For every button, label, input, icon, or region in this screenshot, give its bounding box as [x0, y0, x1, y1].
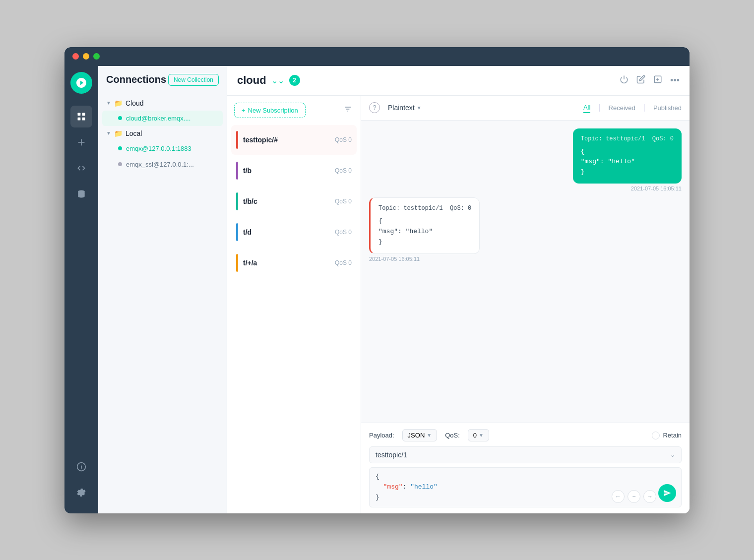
subscriptions-header: + New Subscription [227, 96, 361, 123]
msg-body-line2-1: "msg": "hello" [378, 227, 471, 237]
msg-topic-0: Topic: testtopic/1 QoS: 0 [581, 134, 674, 144]
maximize-button[interactable] [93, 53, 100, 60]
header-right: ••• [620, 75, 680, 86]
sub-qos-4: QoS 0 [335, 259, 352, 266]
sidebar-item-connections[interactable] [70, 106, 92, 127]
sidebar-item-info[interactable] [70, 456, 92, 478]
edit-icon[interactable] [636, 75, 645, 86]
subscription-item-2[interactable]: t/b/c QoS 0 [231, 187, 357, 216]
group-local-arrow: ▼ [106, 130, 111, 136]
sidebar-item-settings[interactable] [70, 482, 92, 503]
sub-topic-2: t/b/c [243, 197, 335, 205]
power-icon[interactable] [620, 75, 628, 86]
connection-dropdown-icon[interactable]: ⌄⌄ [271, 76, 284, 85]
topic-input[interactable]: testtopic/1 [376, 451, 670, 459]
connection-name-ssl: emqx_ssl@127.0.0.1:... [126, 161, 194, 168]
filter-tab-all[interactable]: All [583, 103, 590, 113]
messages-pane: ? Plaintext ▼ All | Received | Published [361, 96, 690, 513]
new-subscription-label: New Subscription [248, 107, 298, 114]
qos-arrow: ▼ [479, 433, 484, 438]
folder-icon-local: 📁 [114, 129, 123, 137]
code-icon [76, 163, 86, 173]
subscription-item-0[interactable]: testtopic/# QoS 0 [231, 125, 357, 155]
subscription-item-3[interactable]: t/d QoS 0 [231, 217, 357, 247]
more-icon[interactable]: ••• [670, 75, 680, 86]
sidebar-item-database[interactable] [70, 183, 92, 205]
close-button[interactable] [72, 53, 79, 60]
sub-color-bar-4 [236, 254, 238, 272]
publish-options: Payload: JSON ▼ QoS: 0 ▼ [369, 429, 682, 441]
connection-item-emqx-ssl[interactable]: emqx_ssl@127.0.0.1:... [102, 157, 223, 172]
sub-color-bar-3 [236, 223, 238, 241]
connection-status-dot [118, 116, 122, 120]
msg-topic-1: Topic: testtopic/1 QoS: 0 [378, 204, 471, 213]
group-local[interactable]: ▼ 📁 Local [98, 126, 227, 140]
sub-topic-0: testtopic/# [243, 136, 335, 144]
svg-rect-1 [82, 113, 85, 116]
subscription-item-1[interactable]: t/b QoS 0 [231, 156, 357, 186]
format-label: Plaintext [388, 104, 415, 112]
header-left: cloud ⌄⌄ 2 [237, 74, 300, 87]
sidebar-item-code[interactable] [70, 157, 92, 179]
content-split: + New Subscription [227, 96, 690, 513]
group-cloud[interactable]: ▼ 📁 Cloud [98, 96, 227, 110]
connection-name-emqx: emqx@127.0.0.1:1883 [126, 145, 191, 152]
sub-color-bar-2 [236, 192, 238, 210]
topic-row: testtopic/1 ⌄ [369, 446, 682, 463]
format-selector[interactable]: Plaintext ▼ [388, 104, 422, 112]
filter-tab-received[interactable]: Received [609, 103, 635, 113]
minimize-button[interactable] [83, 53, 89, 60]
icon-sidebar [64, 66, 98, 513]
connection-status-dot-emqx [118, 146, 122, 150]
sidebar-item-add[interactable] [70, 131, 92, 153]
sub-color-bar-0 [236, 131, 238, 149]
payload-format-select[interactable]: JSON ▼ [402, 429, 438, 441]
payload-prev-button[interactable]: ← [612, 490, 625, 503]
sub-qos-3: QoS 0 [335, 229, 352, 236]
qos-value: 0 [473, 432, 477, 439]
outgoing-bubble-0: Topic: testtopic/1 QoS: 0 { "msg": "hell… [573, 128, 682, 184]
traffic-lights [72, 53, 100, 60]
qos-select[interactable]: 0 ▼ [468, 429, 489, 441]
main-content: cloud ⌄⌄ 2 [227, 66, 690, 513]
payload-key: "msg" [383, 483, 403, 491]
app-logo[interactable] [70, 72, 92, 94]
retain-checkbox[interactable] [652, 432, 660, 439]
sub-color-bar-1 [236, 162, 238, 180]
send-button[interactable] [658, 484, 676, 502]
message-item-0: Topic: testtopic/1 QoS: 0 { "msg": "hell… [369, 128, 682, 192]
svg-rect-0 [78, 113, 81, 116]
sub-qos-2: QoS 0 [335, 198, 352, 205]
connection-status-dot-ssl [118, 162, 122, 166]
msg-body-line3-1: } [378, 237, 471, 248]
format-dropdown-arrow: ▼ [417, 105, 422, 111]
send-icon [663, 489, 671, 497]
connection-item-emqx[interactable]: emqx@127.0.0.1:1883 [102, 141, 223, 156]
connection-item-cloud[interactable]: cloud@broker.emqx.... [102, 111, 223, 126]
svg-rect-2 [78, 117, 81, 120]
new-collection-button[interactable]: New Collection [168, 74, 219, 86]
active-connection-title: cloud [237, 74, 266, 87]
new-subscription-button[interactable]: + New Subscription [234, 103, 306, 118]
filter-tab-published[interactable]: Published [653, 103, 682, 113]
msg-body-line3-0: } [581, 167, 674, 178]
incoming-bubble-1: Topic: testtopic/1 QoS: 0 { "msg": "hell… [369, 197, 480, 254]
subscription-list: testtopic/# QoS 0 t/b QoS 0 t/b/c QoS 0 [227, 123, 361, 280]
msg-timestamp-1: 2021-07-05 16:05:11 [369, 256, 420, 262]
payload-label: Payload: [369, 432, 394, 439]
help-icon[interactable]: ? [369, 102, 380, 113]
connections-icon [76, 112, 86, 122]
connections-list: ▼ 📁 Cloud cloud@broker.emqx.... ▼ 📁 Loca… [98, 92, 227, 177]
payload-next-button[interactable]: → [643, 490, 656, 503]
msg-timestamp-0: 2021-07-05 16:05:11 [631, 186, 682, 191]
connections-header: Connections New Collection [98, 66, 227, 92]
topic-expand-icon[interactable]: ⌄ [670, 451, 675, 458]
format-arrow: ▼ [427, 433, 432, 438]
payload-area[interactable]: { "msg": "hello" } ← − → [369, 467, 682, 507]
subscription-item-4[interactable]: t/+/a QoS 0 [231, 248, 357, 278]
add-tab-icon[interactable] [653, 75, 662, 86]
main-header: cloud ⌄⌄ 2 [227, 66, 690, 96]
payload-clear-button[interactable]: − [628, 490, 640, 503]
connections-panel: Connections New Collection ▼ 📁 Cloud clo… [98, 66, 227, 513]
filter-icon[interactable] [342, 103, 354, 117]
